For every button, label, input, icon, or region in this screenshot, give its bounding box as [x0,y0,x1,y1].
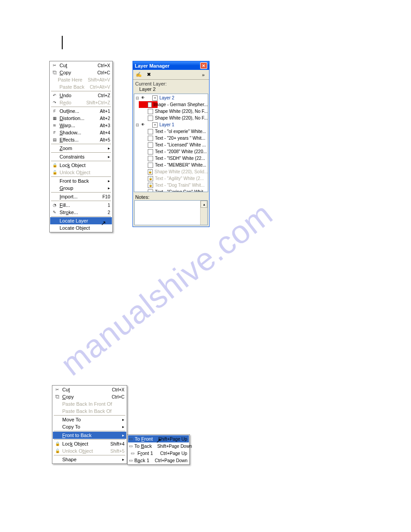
menu-item-label: Fill... [60,202,102,208]
menu-item-label: Front 1 [137,450,155,456]
item-icon[interactable] [148,149,153,154]
object-name-label: Shape White (220), No F... [154,116,208,120]
tree-item[interactable]: Text - "20+ years " Whit... [134,135,208,142]
tree-item[interactable]: 🔒Shape White (220), Solid... [134,168,208,175]
ctx1-group[interactable]: Group▸ [50,184,112,192]
ctx1-cut[interactable]: ✂CutCtrl+X [50,62,112,69]
visibility-icon[interactable]: 👁 [140,96,146,100]
lock-icon[interactable]: 🔒 [148,169,153,175]
ctx2-front-to-back[interactable]: Front to Back▸ [53,432,126,439]
locate-layer-icon [51,218,58,224]
ctx1-copy[interactable]: ⿻CopyCtrl+C [50,69,112,76]
ctx1-warp[interactable]: ≋Warp...Alt+3 [50,122,112,129]
ctx1-distortion[interactable]: ▦Distortion...Alt+2 [50,115,112,122]
titlebar[interactable]: Layer Manager ✕ [133,61,209,70]
front-to-back-icon [51,178,58,184]
ctx2-shape[interactable]: Shape▸ [53,456,126,463]
ctx2-paste-back-in-back-of[interactable]: Paste Back In Back Of [53,408,126,415]
tree-item[interactable]: 🔒Text - "Dog Traini" Whit... [134,182,208,189]
close-icon[interactable]: ✕ [200,62,207,69]
menu-item-label: Stroke... [60,210,102,215]
layer-row-layer-2[interactable]: ⊟👁≡Layer 2 [134,94,208,101]
ctx1-outline[interactable]: FOutline...Alt+1 [50,107,112,115]
ctx1-undo[interactable]: ↶UndoCtrl+Z [50,92,112,99]
ctx1-separator [51,91,111,91]
new-layer-button[interactable]: ✍ [134,71,143,79]
item-icon[interactable] [148,189,153,193]
cursor-icon: ↖ [101,219,106,227]
ctx2-unlock-object[interactable]: 🔓Unlock ObjectShift+5 [53,447,126,455]
ctx1-redo[interactable]: ↷RedoShift+Ctrl+Z [50,99,112,106]
item-icon[interactable] [148,129,153,134]
shadow-icon: F [51,129,58,136]
ctx1-separator [51,176,111,177]
ctx2-paste-back-in-front-of[interactable]: Paste Back In Front Of [53,400,126,408]
unlock-object-icon: 🔓 [54,448,61,454]
ctx1-separator [51,216,111,217]
undo-icon: ↶ [51,92,58,99]
ctx1-paste-back[interactable]: Paste BackCtrl+Alt+V [50,83,112,90]
tree-item[interactable]: Text - "Licensed" White ... [134,142,208,148]
collapse-icon[interactable]: ⊟ [135,123,140,127]
tree-item[interactable]: Text - "ISDH" White (22... [134,155,208,162]
tree-item[interactable]: Text - "MEMBER" White... [134,162,208,168]
menu-item-label: To Back [134,443,152,449]
delete-layer-button[interactable]: ✖ [144,71,153,79]
item-icon[interactable] [148,116,153,121]
tree-item[interactable]: Shape White (220), No F... [134,115,208,121]
tree-item[interactable]: 🔒Text - "Agility" White (2... [134,175,208,182]
ctx1-import[interactable]: Import...F10 [50,193,112,200]
item-icon[interactable] [148,142,153,148]
object-name-label: Text - "Licensed" White ... [154,142,206,147]
tree-item[interactable]: Text - "Caring Can" Whit... [134,189,208,192]
scrollbar[interactable]: ▴ [200,201,207,225]
sub-front-1[interactable]: ▭Front 1Ctrl+Page Up [128,450,189,457]
menu-item-label: Undo [60,93,93,98]
scroll-up-icon[interactable]: ▴ [201,201,207,208]
ctx1-effects[interactable]: ▤Effects...Alt+5 [50,136,112,143]
visibility-icon[interactable]: 👁 [140,123,146,127]
ctx1-fill[interactable]: ◔Fill...1 [50,202,112,209]
layer-manager-panel: Layer Manager ✕ ✍ ✖ » Current Layer: Lay… [133,61,210,227]
ctx2-lock-object[interactable]: 🔒Lock ObjectShift+4 [53,440,126,447]
collapse-icon[interactable]: ⊟ [135,96,140,100]
ctx1-stroke[interactable]: ✎Stroke...2 [50,209,112,216]
cut-icon: ✂ [54,386,61,393]
menu-item-label: Front to Back [62,433,119,438]
item-icon[interactable] [148,109,153,114]
expand-button[interactable]: » [199,71,208,79]
group-icon [51,185,58,191]
fill-icon: ◔ [51,202,58,208]
layer-tree[interactable]: ⊟👁≡Layer 2Image - German Shepher...Shape… [134,94,208,192]
item-icon[interactable] [148,163,153,168]
ctx2-cut[interactable]: ✂CutCtrl+X [53,386,126,393]
menu-item-label: Warp... [60,123,94,128]
tree-item[interactable]: Text - "2008" White (220... [134,148,208,155]
lock-icon[interactable]: 🔒 [148,176,153,181]
ctx1-zoom[interactable]: Zoom▸ [50,145,112,152]
ctx1-lock-object[interactable]: 🔒Lock Object [50,162,112,169]
ctx2-separator [54,415,125,416]
to-back-icon: ▭ [129,443,133,449]
item-icon[interactable] [148,136,153,141]
copy-to-icon [54,424,61,430]
tree-item[interactable]: Image - German Shepher... [134,101,208,108]
lock-icon[interactable]: 🔒 [148,183,153,188]
ctx1-paste-here[interactable]: Paste HereShift+Alt+V [50,76,112,83]
tree-item[interactable]: Text - "ol experie" White... [134,128,208,135]
ctx1-front-to-back[interactable]: Front to Back▸ [50,177,112,184]
object-name-label: Text - "Agility" White (2... [154,176,204,181]
ctx1-constraints[interactable]: Constraints▸ [50,153,112,160]
ctx2-move-to[interactable]: Move To▸ [53,416,126,423]
ctx1-unlock-object[interactable]: 🔓Unlock Object [50,169,112,176]
ctx2-copy[interactable]: ⿻CopyCtrl+C [53,393,126,400]
item-icon[interactable] [148,156,153,161]
tree-item[interactable]: Shape White (220), No F... [134,108,208,115]
notes-textarea[interactable]: ▴ [134,200,208,225]
item-icon[interactable] [148,102,152,107]
ctx2-copy-to[interactable]: Copy To▸ [53,423,126,430]
menu-item-label: Cut [60,63,92,68]
layer-row-layer-1[interactable]: ⊟👁≡Layer 1 [134,121,208,128]
sub-back-1[interactable]: ▭Back 1Ctrl+Page Down [128,457,189,464]
ctx1-shadow[interactable]: FShadow...Alt+4 [50,129,112,136]
